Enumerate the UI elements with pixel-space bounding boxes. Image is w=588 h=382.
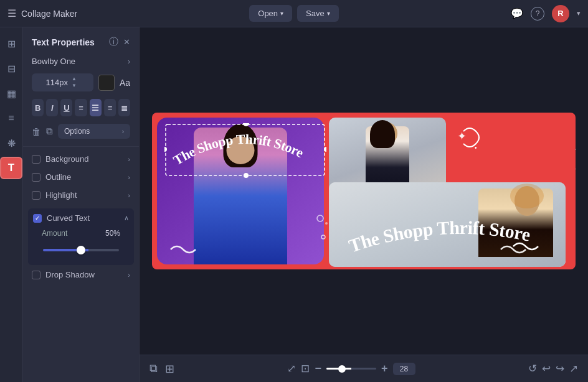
size-up-button[interactable]: ▲ bbox=[70, 76, 78, 82]
avatar-label: R bbox=[557, 9, 563, 18]
outline-checkbox-left: Outline bbox=[32, 172, 71, 182]
expand-icon[interactable]: ▾ bbox=[577, 9, 581, 17]
panel-title: Text Properties bbox=[32, 37, 95, 47]
panel: Text Properties ⓘ ✕ Bowlby One › ▲ ▼ Aa bbox=[23, 27, 140, 382]
redo-button[interactable]: ↪ bbox=[556, 362, 564, 375]
sidebar-item-text[interactable]: T bbox=[0, 157, 22, 179]
save-chevron-icon: ▾ bbox=[327, 10, 330, 17]
justify-button[interactable]: ≣ bbox=[118, 99, 130, 116]
curved-text-checkbox[interactable] bbox=[33, 214, 42, 223]
drop-shadow-checkbox-left: Drop Shadow bbox=[32, 270, 95, 279]
save-label: Save bbox=[306, 9, 325, 18]
background-expand-icon[interactable]: › bbox=[128, 156, 130, 163]
sidebar-item-sliders[interactable]: ⊟ bbox=[0, 57, 22, 80]
zoom-value: 28 bbox=[393, 363, 415, 375]
zoom-in-icon[interactable]: + bbox=[381, 362, 388, 375]
main: ⊞ ⊟ ▦ ≡ ❋ T Text Properties ⓘ ✕ Bowlby O… bbox=[0, 27, 588, 382]
amount-row: Amount 50% bbox=[42, 229, 120, 238]
bold-button[interactable]: B bbox=[32, 99, 44, 116]
header-center: Open ▾ Save ▾ bbox=[200, 5, 387, 22]
background-row: Background › bbox=[32, 154, 130, 164]
zoom-slider[interactable] bbox=[326, 368, 376, 370]
italic-button[interactable]: I bbox=[46, 99, 58, 116]
outline-checkbox[interactable] bbox=[32, 173, 40, 182]
layers-icon[interactable]: ⧉ bbox=[149, 362, 158, 375]
fit-icon[interactable]: ⤢ bbox=[287, 362, 296, 375]
app-title: Collage Maker bbox=[21, 9, 77, 19]
highlight-checkbox-left: Highlight bbox=[32, 190, 77, 200]
font-size-input[interactable] bbox=[37, 78, 68, 87]
align-left-button[interactable]: ≡ bbox=[75, 99, 87, 116]
highlight-expand-icon[interactable]: › bbox=[128, 192, 130, 199]
refresh-button[interactable]: ↺ bbox=[528, 362, 537, 375]
font-arrow-icon[interactable]: › bbox=[128, 57, 130, 66]
curved-text-body: Amount 50% bbox=[33, 226, 129, 260]
sidebar-item-layout[interactable]: ▦ bbox=[0, 82, 22, 105]
open-button[interactable]: Open ▾ bbox=[249, 5, 292, 22]
outline-expand-icon[interactable]: › bbox=[128, 174, 130, 181]
drop-shadow-checkbox[interactable] bbox=[32, 271, 40, 279]
options-label: Options bbox=[64, 127, 90, 136]
person-right-hair bbox=[370, 120, 395, 148]
collage[interactable]: ✦ • ✦ • bbox=[152, 113, 576, 269]
actions-row: 🗑 ⧉ Options › bbox=[23, 121, 139, 144]
background-checkbox[interactable] bbox=[32, 155, 40, 164]
curved-text-row: Curved Text ∧ bbox=[33, 213, 129, 223]
size-spinners: ▲ ▼ bbox=[70, 76, 78, 89]
sidebar-item-grid[interactable]: ⊞ bbox=[0, 32, 22, 55]
close-icon[interactable]: ✕ bbox=[123, 37, 130, 47]
font-name[interactable]: Bowlby One bbox=[32, 57, 128, 66]
amount-label: Amount bbox=[42, 229, 67, 238]
person-face bbox=[227, 136, 255, 164]
highlight-label: Highlight bbox=[45, 190, 77, 200]
photo-left[interactable] bbox=[157, 118, 324, 264]
drop-shadow-expand-icon[interactable]: › bbox=[128, 271, 130, 279]
options-button[interactable]: Options › bbox=[58, 124, 130, 139]
underline-button[interactable]: U bbox=[60, 99, 72, 116]
options-arrow-icon: › bbox=[122, 128, 124, 135]
canvas-area: ✦ • ✦ • bbox=[140, 27, 588, 382]
crop-icon[interactable]: ⊡ bbox=[301, 362, 310, 375]
share-button[interactable]: ↗ bbox=[569, 362, 578, 375]
align-center-button[interactable]: ☰ bbox=[90, 99, 102, 116]
background-label: Background bbox=[45, 154, 88, 164]
sidebar-item-layers[interactable]: ≡ bbox=[0, 107, 22, 129]
zoom-out-icon[interactable]: − bbox=[315, 362, 321, 375]
curved-text-section: Curved Text ∧ Amount 50% bbox=[28, 208, 134, 265]
bottom-center: ⤢ ⊡ − + 28 bbox=[287, 362, 415, 375]
comment-icon[interactable]: 💬 bbox=[511, 7, 523, 19]
person-car-headwear bbox=[510, 184, 544, 208]
hamburger-icon[interactable]: ☰ bbox=[7, 7, 16, 19]
left-toolbar: ⊞ ⊟ ▦ ≡ ❋ T bbox=[0, 27, 23, 382]
slider-wrap bbox=[42, 243, 120, 254]
grid-view-icon[interactable]: ⊞ bbox=[165, 362, 174, 376]
curved-text-checkbox-left: Curved Text bbox=[33, 213, 90, 223]
highlight-checkbox[interactable] bbox=[32, 191, 40, 200]
sidebar-item-components[interactable]: ❋ bbox=[0, 132, 22, 154]
avatar[interactable]: R bbox=[552, 5, 569, 22]
help-icon[interactable]: ? bbox=[531, 7, 544, 21]
background-checkbox-left: Background bbox=[32, 154, 88, 164]
color-swatch[interactable] bbox=[98, 75, 115, 91]
photo-bottom-right[interactable] bbox=[329, 182, 566, 267]
background-section: Background › bbox=[23, 149, 139, 172]
open-chevron-icon: ▾ bbox=[280, 10, 283, 17]
size-down-button[interactable]: ▼ bbox=[70, 83, 78, 89]
save-button[interactable]: Save ▾ bbox=[297, 5, 339, 22]
font-case-icon[interactable]: Aa bbox=[120, 78, 130, 88]
curved-text-collapse-icon[interactable]: ∧ bbox=[124, 214, 129, 222]
info-icon[interactable]: ⓘ bbox=[109, 36, 118, 48]
align-right-button[interactable]: ≡ bbox=[104, 99, 116, 116]
delete-button[interactable]: 🗑 bbox=[32, 126, 41, 137]
font-row: Bowlby One › bbox=[23, 54, 139, 71]
highlight-section: Highlight › bbox=[23, 190, 139, 208]
highlight-row: Highlight › bbox=[32, 190, 130, 200]
svg-point-4 bbox=[325, 222, 328, 225]
canvas-main[interactable]: ✦ • ✦ • bbox=[140, 27, 588, 355]
size-input-wrap: ▲ ▼ bbox=[32, 73, 93, 91]
undo-button[interactable]: ↩ bbox=[542, 362, 551, 375]
duplicate-button[interactable]: ⧉ bbox=[46, 126, 53, 137]
outline-section: Outline › bbox=[23, 172, 139, 190]
header: ☰ Collage Maker Open ▾ Save ▾ 💬 ? R ▾ bbox=[0, 0, 588, 27]
curved-text-slider[interactable] bbox=[43, 249, 119, 251]
